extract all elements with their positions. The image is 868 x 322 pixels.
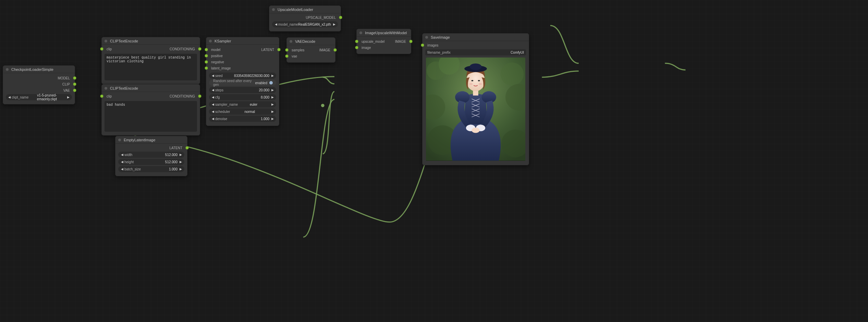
node-ksampler[interactable]: KSampler model positive negative latent_… (206, 37, 279, 126)
collapse-dot-icon[interactable] (272, 8, 275, 11)
input-port-negative[interactable] (205, 61, 208, 63)
collapse-dot-icon[interactable] (105, 87, 107, 90)
output-image-preview[interactable] (426, 57, 525, 161)
node-header[interactable]: CLIPTextEncode (102, 37, 200, 45)
input-clip-label: clip (105, 47, 114, 51)
input-port-latent-image[interactable] (205, 67, 208, 69)
denoise-input[interactable]: ◀ denoise 1.000 ▶ (209, 116, 276, 122)
input-images-label: images (425, 43, 440, 47)
svg-point-30 (479, 83, 482, 85)
input-port-image[interactable] (355, 46, 358, 49)
chevron-right-icon[interactable]: ▶ (271, 74, 274, 77)
output-port-vae[interactable] (73, 89, 76, 92)
chevron-left-icon[interactable]: ◀ (211, 117, 215, 120)
collapse-dot-icon[interactable] (290, 40, 292, 43)
prompt-text-input[interactable]: bad hands (105, 101, 197, 132)
chevron-left-icon[interactable]: ◀ (211, 95, 215, 99)
sampler-name-select[interactable]: ◀ sampler_name euler ▶ (209, 101, 276, 107)
node-header[interactable]: CheckpointLoaderSimple (3, 66, 75, 73)
batch-size-input[interactable]: ◀ batch_size 1.000 ▶ (118, 166, 184, 172)
chevron-left-icon[interactable]: ◀ (211, 74, 215, 77)
input-port-clip[interactable] (100, 95, 103, 98)
input-port-vae[interactable] (285, 55, 288, 57)
width-input[interactable]: ◀ width 512.000 ▶ (118, 152, 184, 158)
chevron-right-icon[interactable]: ▶ (271, 95, 274, 99)
chevron-left-icon[interactable]: ◀ (120, 167, 124, 171)
chevron-right-icon[interactable]: ▶ (271, 110, 274, 113)
ckpt-name-select[interactable]: ◀ ckpt_name v1-5-pruned-emaonly.ckpt ▶ (6, 94, 72, 100)
collapse-dot-icon[interactable] (425, 36, 428, 39)
collapse-dot-icon[interactable] (118, 139, 121, 141)
chevron-right-icon[interactable]: ▶ (332, 23, 336, 26)
upscale-model-name-select[interactable]: ◀ model_name RealESRGAN_x2.pth ▶ (272, 21, 338, 27)
seed-input[interactable]: ◀ seed 833543590226030.000 ▶ (209, 73, 276, 79)
node-header[interactable]: SaveImage (423, 34, 529, 41)
chevron-left-icon[interactable]: ◀ (120, 160, 124, 164)
input-port-upscale-model[interactable] (355, 40, 358, 43)
collapse-dot-icon[interactable] (359, 31, 362, 34)
chevron-right-icon[interactable]: ▶ (271, 103, 274, 106)
prompt-text-input[interactable]: masterpiece best quality girl standing i… (105, 54, 197, 80)
svg-point-27 (471, 80, 473, 81)
node-title: SaveImage (431, 35, 450, 39)
output-conditioning-label: CONDITIONING (168, 94, 197, 98)
node-title: KSampler (215, 39, 231, 43)
input-port-images[interactable] (421, 44, 424, 47)
node-title: EmptyLatentImage (124, 138, 155, 142)
output-port-upscale-model[interactable] (339, 16, 342, 19)
node-image-upscale-with-model[interactable]: ImageUpscaleWithModel upscale_model imag… (356, 29, 411, 54)
filename-prefix-input[interactable]: filename_prefix ComfyUI (425, 49, 526, 55)
input-latent-label: latent_image (209, 66, 233, 70)
node-header[interactable]: EmptyLatentImage (115, 136, 187, 144)
output-port-image[interactable] (334, 49, 337, 51)
output-port-image[interactable] (409, 40, 412, 43)
node-upscale-model-loader[interactable]: UpscaleModelLoader UPSCALE_MODEL ◀ model… (269, 5, 341, 31)
input-port-clip[interactable] (100, 48, 103, 50)
scheduler-select[interactable]: ◀ scheduler normal ▶ (209, 108, 276, 115)
chevron-left-icon[interactable]: ◀ (8, 95, 11, 99)
output-port-latent[interactable] (278, 48, 280, 51)
node-header[interactable]: VAEDecode (287, 38, 335, 45)
chevron-right-icon[interactable]: ▶ (179, 153, 182, 156)
chevron-right-icon[interactable]: ▶ (179, 160, 182, 164)
input-port-positive[interactable] (205, 54, 208, 57)
random-seed-toggle[interactable]: Random seed after every gen enabled (209, 80, 276, 86)
cfg-input[interactable]: ◀ cfg 8.000 ▶ (209, 94, 276, 100)
node-graph-canvas[interactable]: CheckpointLoaderSimple MODEL CLIP VAE ◀ … (0, 0, 868, 322)
svg-point-19 (481, 91, 496, 103)
svg-point-26 (470, 63, 482, 70)
steps-input[interactable]: ◀ steps 20.000 ▶ (209, 87, 276, 93)
collapse-dot-icon[interactable] (6, 68, 9, 71)
output-port-model[interactable] (73, 77, 76, 79)
chevron-right-icon[interactable]: ▶ (271, 88, 274, 92)
input-samples-label: samples (290, 48, 306, 52)
node-header[interactable]: KSampler (206, 37, 279, 45)
node-empty-latent-image[interactable]: EmptyLatentImage LATENT ◀ width 512.000 … (115, 136, 187, 176)
node-clip-text-encode-positive[interactable]: CLIPTextEncode clip CONDITIONING masterp… (101, 37, 200, 84)
chevron-left-icon[interactable]: ◀ (120, 153, 124, 156)
node-save-image[interactable]: SaveImage images filename_prefix ComfyUI (422, 33, 529, 165)
chevron-left-icon[interactable]: ◀ (211, 88, 215, 92)
output-port-conditioning[interactable] (198, 95, 201, 98)
node-title: ImageUpscaleWithModel (365, 31, 407, 35)
collapse-dot-icon[interactable] (209, 40, 212, 42)
collapse-dot-icon[interactable] (105, 40, 107, 42)
chevron-right-icon[interactable]: ▶ (179, 167, 182, 171)
chevron-right-icon[interactable]: ▶ (67, 95, 70, 99)
node-clip-text-encode-negative[interactable]: CLIPTextEncode clip CONDITIONING bad han… (101, 84, 200, 136)
chevron-left-icon[interactable]: ◀ (211, 110, 215, 113)
node-checkpoint-loader[interactable]: CheckpointLoaderSimple MODEL CLIP VAE ◀ … (3, 65, 75, 104)
node-header[interactable]: UpscaleModelLoader (269, 6, 341, 13)
node-header[interactable]: CLIPTextEncode (102, 85, 200, 92)
output-port-latent[interactable] (186, 146, 188, 149)
height-input[interactable]: ◀ height 512.000 ▶ (118, 159, 184, 165)
output-port-conditioning[interactable] (198, 48, 201, 50)
input-port-model[interactable] (205, 48, 208, 51)
chevron-left-icon[interactable]: ◀ (274, 23, 278, 26)
node-header[interactable]: ImageUpscaleWithModel (357, 29, 411, 37)
node-vae-decode[interactable]: VAEDecode samples vae IMAGE (286, 37, 335, 63)
chevron-right-icon[interactable]: ▶ (271, 117, 274, 120)
chevron-left-icon[interactable]: ◀ (211, 103, 215, 106)
input-port-samples[interactable] (285, 49, 288, 51)
output-port-clip[interactable] (73, 83, 76, 86)
